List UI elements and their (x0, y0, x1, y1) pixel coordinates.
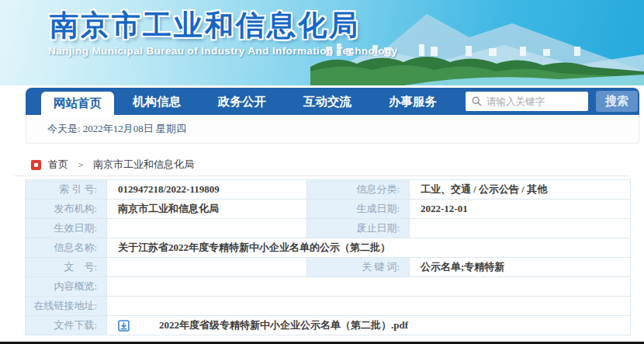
summary-value (107, 277, 631, 297)
table-row: 生效日期: 废止日期: (26, 219, 631, 238)
breadcrumb-current: 南京市工业和信息化局 (93, 158, 194, 172)
online-link-label: 在线链接地址: (26, 297, 107, 316)
doc-no-label: 文 号: (26, 258, 107, 277)
file-download-cell: 2022年度省级专精特新中小企业公示名单（第二批）.pdf (107, 316, 631, 335)
expiry-date-value (410, 219, 631, 238)
online-link-value (107, 297, 631, 316)
info-title-value: 关于江苏省2022年度专精特新中小企业名单的公示（第二批） (107, 238, 631, 258)
breadcrumb: 首页 ＞ 南京市工业和信息化局 (31, 158, 194, 172)
site-subtitle-en: Nanjing Municipal Bureau of Industry And… (48, 45, 397, 57)
nav-tab-services[interactable]: 办事服务 (370, 88, 455, 115)
nav-tab-home[interactable]: 网站首页 (41, 92, 114, 115)
effective-date-value (107, 219, 307, 238)
page: 南京市工业和信息化局 Nanjing Municipal Bureau of I… (0, 0, 644, 344)
category-value: 工业、交通 / 公示公告 / 其他 (410, 180, 631, 200)
doc-no-value (107, 258, 307, 277)
summary-label: 内容概览: (26, 277, 107, 297)
download-icon[interactable] (118, 320, 130, 332)
breadcrumb-home-link[interactable]: 首页 (48, 158, 68, 172)
nav-tab-org-info[interactable]: 机构信息 (114, 88, 199, 115)
search-input[interactable] (486, 96, 588, 107)
breadcrumb-separator: ＞ (76, 158, 85, 172)
index-no-label: 索 引 号: (26, 180, 107, 200)
nav-tab-interaction[interactable]: 互动交流 (285, 88, 370, 115)
nav-tab-gov-affairs[interactable]: 政务公开 (199, 88, 285, 115)
header-scenery-illustration (310, 0, 644, 85)
main-navbar: 网站首页 机构信息 政务公开 互动交流 办事服务 搜索 (26, 88, 639, 115)
publisher-value: 南京市工业和信息化局 (107, 200, 307, 219)
expiry-date-label: 废止日期: (307, 219, 410, 238)
publisher-label: 发布机构: (26, 200, 107, 219)
site-banner: 南京市工业和信息化局 Nanjing Municipal Bureau of I… (0, 0, 644, 85)
table-row: 信息名称: 关于江苏省2022年度专精特新中小企业名单的公示（第二批） (26, 238, 631, 258)
keywords-value: 公示名单;专精特新 (410, 258, 631, 277)
file-download-label: 文件下载: (26, 316, 107, 335)
table-row: 发布机构: 南京市工业和信息化局 生成日期: 2022-12-01 (26, 200, 631, 219)
info-title-label: 信息名称: (26, 238, 107, 258)
create-date-value: 2022-12-01 (410, 200, 631, 219)
content-divider (14, 175, 630, 176)
category-label: 信息分类: (307, 180, 410, 200)
search-icon (472, 96, 482, 106)
site-title: 南京市工业和信息化局 (50, 6, 360, 45)
table-row: 索 引 号: 012947218/2022-119809 信息分类: 工业、交通… (26, 180, 631, 200)
table-row: 文 号: 关 键 词: 公示名单;专精特新 (26, 258, 631, 277)
create-date-label: 生成日期: (307, 200, 410, 219)
breadcrumb-marker-icon (31, 160, 41, 170)
today-date-text: 今天是: 2022年12月08日 星期四 (47, 115, 186, 143)
keywords-label: 关 键 词: (307, 258, 410, 277)
date-bar: 今天是: 2022年12月08日 星期四 (26, 115, 639, 144)
table-row: 内容概览: (26, 277, 631, 297)
effective-date-label: 生效日期: (26, 219, 107, 238)
table-row: 文件下载: 2022年度省级专精特新中小企业公示名单（第二批）.pdf (26, 316, 631, 335)
document-meta-table: 索 引 号: 012947218/2022-119809 信息分类: 工业、交通… (25, 179, 631, 335)
search-box (466, 92, 588, 111)
index-no-value: 012947218/2022-119809 (107, 180, 307, 200)
download-file-link[interactable]: 2022年度省级专精特新中小企业公示名单（第二批）.pdf (159, 318, 408, 332)
search-button[interactable]: 搜索 (596, 91, 638, 112)
table-row: 在线链接地址: (26, 297, 631, 316)
